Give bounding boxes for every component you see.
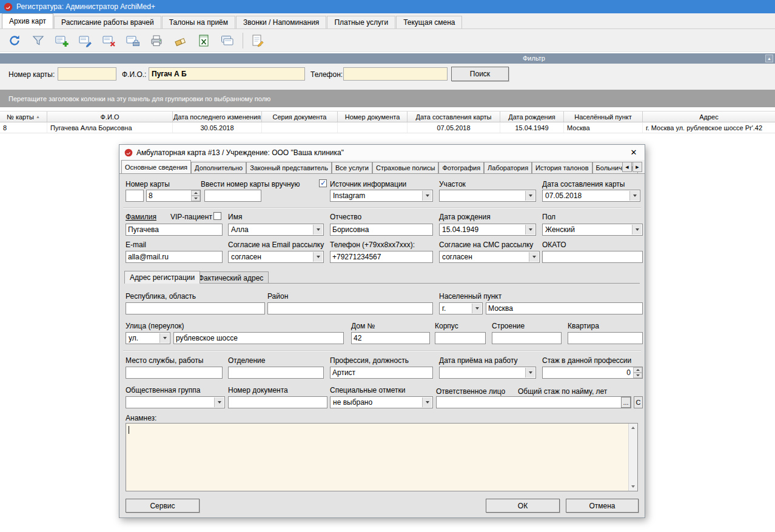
firstname-select[interactable]: Алла bbox=[228, 224, 324, 236]
tab-scroll-right-icon[interactable]: ▶ bbox=[632, 162, 642, 172]
gender-select[interactable]: Женский bbox=[542, 224, 643, 236]
card-stack-button[interactable] bbox=[216, 31, 238, 50]
tab-current-shift[interactable]: Текущая смена bbox=[396, 16, 462, 28]
info-source-select[interactable]: Instagram bbox=[330, 190, 433, 202]
table-row[interactable]: 8 Пугачева Алла Борисовна 30.05.2018 07.… bbox=[0, 122, 775, 133]
card-number-spinner[interactable] bbox=[191, 190, 200, 201]
scroll-down-icon[interactable] bbox=[629, 482, 637, 491]
cell-birth-date[interactable]: 15.04.1949 bbox=[500, 122, 564, 133]
workplace-input[interactable] bbox=[126, 367, 223, 379]
tab-doctors-schedule[interactable]: Расписание работы врачей bbox=[54, 16, 161, 28]
col-doc-number[interactable]: Номер документа bbox=[338, 111, 408, 122]
tab-calls-reminders[interactable]: Звонки / Напоминания bbox=[236, 16, 326, 28]
card-number-extra-input[interactable] bbox=[204, 190, 261, 202]
collapse-filter-button[interactable]: ▲ bbox=[765, 55, 773, 62]
scroll-up-icon[interactable] bbox=[629, 424, 637, 432]
dialog-tab-insurance-policies[interactable]: Страховые полисы bbox=[372, 162, 438, 173]
profession-input[interactable] bbox=[330, 367, 433, 379]
structure-input[interactable] bbox=[492, 332, 562, 344]
tab-appointment-tickets[interactable]: Талоны на приём bbox=[162, 16, 235, 28]
dialog-tab-laboratory[interactable]: Лаборатория bbox=[484, 162, 532, 173]
lastname-label[interactable]: Фамилия bbox=[126, 213, 156, 221]
col-card-date[interactable]: Дата составления карты bbox=[408, 111, 500, 122]
lastname-input[interactable] bbox=[126, 224, 223, 236]
region-input[interactable] bbox=[126, 302, 265, 314]
card-number-filter-input[interactable] bbox=[58, 67, 116, 81]
tab-paid-services[interactable]: Платные услуги bbox=[327, 16, 395, 28]
spin-up-icon[interactable] bbox=[191, 190, 200, 196]
cell-address[interactable]: г. Москва ул. рублевское шоссе Pr'.42 bbox=[643, 122, 775, 133]
print-card-button[interactable] bbox=[122, 31, 144, 50]
profession-experience-spinner[interactable] bbox=[633, 367, 642, 378]
responsible-person-input[interactable] bbox=[436, 396, 631, 408]
cell-card-date[interactable]: 07.05.2018 bbox=[408, 122, 500, 133]
anamnesis-scrollbar[interactable] bbox=[628, 424, 637, 491]
col-card-number[interactable]: № карты ▲ bbox=[0, 111, 47, 122]
subtab-registration-address[interactable]: Адрес регистрации bbox=[124, 271, 200, 284]
col-city[interactable]: Населённый пункт bbox=[564, 111, 643, 122]
apartment-input[interactable] bbox=[568, 332, 643, 344]
dialog-tab-main-info[interactable]: Основные сведения bbox=[121, 160, 191, 173]
spin-down-icon[interactable] bbox=[633, 373, 642, 378]
clear-button[interactable] bbox=[169, 31, 191, 50]
vip-checkbox[interactable] bbox=[213, 212, 221, 220]
printer-button[interactable] bbox=[146, 31, 167, 50]
refresh-button[interactable] bbox=[4, 31, 25, 50]
employment-date-select[interactable] bbox=[439, 367, 536, 379]
edit-note-button[interactable] bbox=[247, 31, 269, 50]
service-button[interactable]: Сервис bbox=[126, 499, 200, 513]
dialog-tab-photo[interactable]: Фотография bbox=[438, 162, 484, 173]
edit-card-button[interactable] bbox=[75, 31, 96, 50]
spin-up-icon[interactable] bbox=[633, 367, 642, 373]
phone-filter-input[interactable] bbox=[343, 67, 448, 81]
phone-input[interactable] bbox=[330, 251, 433, 263]
email-consent-select[interactable]: согласен bbox=[228, 251, 324, 263]
col-fio[interactable]: Ф.И.О bbox=[47, 111, 173, 122]
social-group-select[interactable] bbox=[126, 396, 225, 408]
col-birth-date[interactable]: Дата рождения bbox=[500, 111, 564, 122]
dialog-tab-all-services[interactable]: Все услуги bbox=[332, 162, 372, 173]
special-marks-select[interactable]: не выбрано bbox=[330, 396, 433, 408]
street-input[interactable] bbox=[173, 332, 344, 344]
cell-city[interactable]: Москва bbox=[564, 122, 643, 133]
card-prefix-input[interactable] bbox=[126, 190, 144, 202]
middlename-input[interactable] bbox=[330, 224, 433, 236]
document-number-input[interactable] bbox=[228, 396, 327, 408]
dialog-tab-ticket-history[interactable]: История талонов bbox=[532, 162, 592, 173]
dialog-tab-additional[interactable]: Дополнительно bbox=[191, 162, 246, 173]
col-doc-series[interactable]: Серия документа bbox=[262, 111, 338, 122]
city-input[interactable] bbox=[486, 302, 643, 314]
close-icon[interactable]: ✕ bbox=[628, 148, 640, 157]
street-prefix-select[interactable]: ул. bbox=[126, 332, 170, 344]
excel-export-button[interactable] bbox=[193, 31, 215, 50]
grouping-panel[interactable]: Перетащите заголовок колонки на эту пане… bbox=[0, 90, 775, 107]
email-input[interactable] bbox=[126, 251, 223, 263]
city-prefix-select[interactable]: г. bbox=[439, 302, 483, 314]
fio-filter-input[interactable] bbox=[149, 67, 305, 81]
col-address[interactable]: Адрес bbox=[643, 111, 775, 122]
cell-fio[interactable]: Пугачева Алла Борисовна bbox=[47, 122, 173, 133]
district-select[interactable] bbox=[439, 190, 536, 202]
card-date-select[interactable]: 07.05.2018 bbox=[542, 190, 640, 202]
c-button[interactable]: С bbox=[634, 396, 643, 408]
house-input[interactable] bbox=[351, 332, 430, 344]
cancel-button[interactable]: Отмена bbox=[566, 499, 639, 513]
area-input[interactable] bbox=[267, 302, 433, 314]
tab-scroll-left-icon[interactable]: ◀ bbox=[622, 162, 632, 172]
spin-down-icon[interactable] bbox=[191, 196, 200, 201]
anamnesis-textarea[interactable] bbox=[126, 423, 638, 491]
sms-consent-select[interactable]: согласен bbox=[439, 251, 540, 263]
filter-button[interactable] bbox=[27, 31, 49, 50]
subtab-actual-address[interactable]: Фактический адрес bbox=[193, 271, 269, 284]
okato-input[interactable] bbox=[542, 251, 643, 263]
profession-experience-input[interactable] bbox=[542, 367, 643, 379]
ellipsis-button[interactable]: ... bbox=[621, 397, 631, 408]
building-input[interactable] bbox=[435, 332, 486, 344]
manual-entry-checkbox[interactable] bbox=[319, 179, 327, 187]
birthdate-select[interactable]: 15.04.1949 bbox=[439, 224, 536, 236]
cell-doc-series[interactable] bbox=[262, 122, 338, 133]
tab-card-archive[interactable]: Архив карт bbox=[2, 13, 53, 28]
department-input[interactable] bbox=[228, 367, 324, 379]
col-last-modified[interactable]: Дата последнего изменения bbox=[173, 111, 262, 122]
ok-button[interactable]: ОК bbox=[486, 499, 560, 513]
